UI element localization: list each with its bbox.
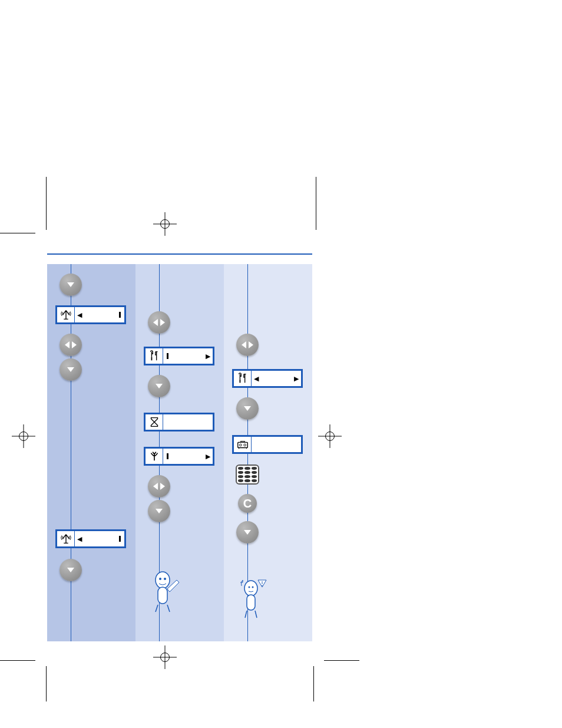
- instruction-panel: ◀ ◀ ▶ ▶: [47, 253, 312, 641]
- nav-leftright-button[interactable]: [59, 334, 82, 356]
- plant-icon: [146, 449, 163, 464]
- cursor-bar: [167, 353, 168, 359]
- display-antenna-2: ◀: [55, 529, 126, 548]
- registration-mark-right: [318, 424, 342, 448]
- nav-down-button[interactable]: [236, 397, 259, 420]
- recorder-icon: [234, 437, 252, 452]
- procedure-col-1: ◀ ◀: [47, 264, 135, 641]
- display-recorder: [232, 435, 303, 454]
- nav-leftright-button[interactable]: [148, 311, 170, 334]
- display-plant: ▶: [144, 447, 214, 466]
- section-rule: [47, 253, 312, 255]
- display-hourglass: [144, 413, 214, 431]
- cursor-bar: [167, 453, 168, 459]
- nav-down-button[interactable]: [236, 521, 259, 543]
- right-arrow-glyph: ▶: [206, 353, 210, 360]
- crop-mark-bl: [0, 631, 47, 678]
- antenna-icon: [57, 307, 75, 322]
- nav-leftright-button[interactable]: [236, 334, 259, 356]
- procedure-col-2: ▶ ▶: [135, 264, 224, 641]
- left-arrow-glyph: ◀: [77, 535, 82, 543]
- cursor-bar: [119, 312, 121, 318]
- registration-mark-left: [12, 424, 35, 448]
- crop-mark-br: [312, 631, 383, 678]
- c-cancel-button[interactable]: C: [238, 494, 257, 513]
- right-arrow-glyph: ▶: [294, 375, 299, 383]
- nav-down-button[interactable]: [148, 500, 170, 522]
- cursor-bar: [119, 536, 121, 542]
- nav-down-button[interactable]: [59, 559, 82, 581]
- nav-down-button[interactable]: [59, 274, 82, 296]
- mascot-writing: [146, 568, 181, 618]
- c-button-label: C: [243, 497, 252, 510]
- keypad-icon[interactable]: [236, 465, 259, 485]
- display-antenna-1: ◀: [55, 305, 126, 324]
- left-arrow-glyph: ◀: [254, 375, 259, 383]
- hourglass-icon: [146, 414, 163, 430]
- nav-down-button[interactable]: [148, 375, 170, 397]
- right-arrow-glyph: ▶: [206, 453, 210, 460]
- tools-icon: [146, 348, 163, 364]
- procedure-col-3: ◀▶ C: [224, 264, 312, 641]
- nav-leftright-button[interactable]: [148, 475, 170, 498]
- registration-mark-top: [153, 212, 177, 236]
- nav-down-button[interactable]: [59, 358, 82, 381]
- display-tools: ▶: [144, 347, 214, 365]
- tools-icon: [234, 371, 252, 386]
- crop-mark-tl: [0, 0, 47, 253]
- display-tools: ◀▶: [232, 369, 303, 388]
- mascot-warning: [234, 574, 270, 624]
- left-arrow-glyph: ◀: [77, 311, 82, 319]
- antenna-icon: [57, 531, 75, 546]
- registration-mark-bottom: [153, 645, 177, 669]
- crop-mark-tr: [315, 0, 562, 253]
